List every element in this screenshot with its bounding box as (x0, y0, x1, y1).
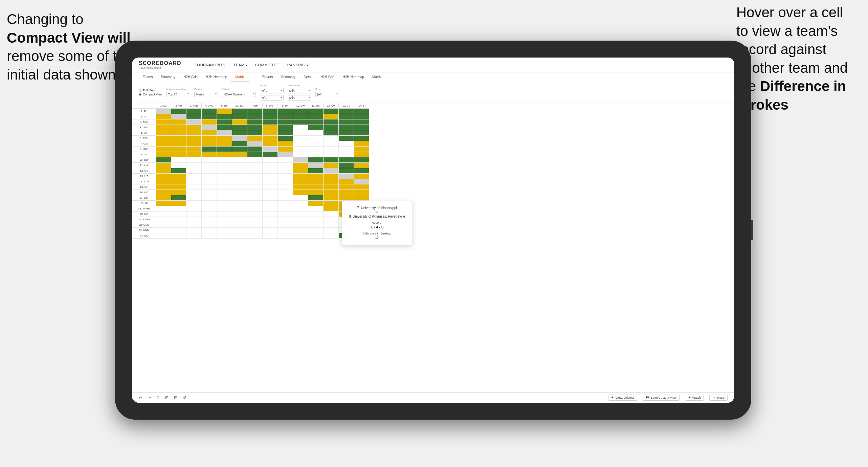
matrix-cell[interactable] (202, 184, 217, 190)
matrix-cell[interactable] (186, 201, 202, 206)
matrix-cell[interactable] (171, 212, 186, 217)
matrix-cell[interactable] (278, 147, 293, 152)
matrix-cell[interactable] (263, 147, 278, 152)
matrix-cell[interactable] (171, 201, 186, 206)
save-custom-view-button[interactable]: 💾 Save Custom View (643, 395, 680, 401)
matrix-cell[interactable] (171, 163, 186, 168)
matrix-cell[interactable] (324, 157, 339, 163)
matrix-cell[interactable] (232, 163, 247, 168)
matrix-cell[interactable] (263, 190, 278, 195)
matrix-cell[interactable] (324, 114, 339, 119)
matrix-cell[interactable] (247, 125, 263, 130)
matrix-cell[interactable] (247, 152, 263, 157)
matrix-cell[interactable] (247, 136, 263, 141)
matrix-cell[interactable] (308, 125, 324, 130)
matrix-cell[interactable] (232, 206, 247, 212)
conference-select[interactable]: (All) (288, 88, 311, 93)
matrix-cell[interactable] (171, 206, 186, 212)
matrix-cell[interactable] (278, 233, 293, 239)
matrix-cell[interactable] (186, 222, 202, 228)
matrix-cell[interactable] (308, 157, 324, 163)
matrix-cell[interactable] (217, 179, 232, 184)
matrix-cell[interactable] (324, 195, 339, 201)
matrix-cell[interactable] (156, 195, 171, 201)
matrix-cell[interactable] (156, 163, 171, 168)
matrix-cell[interactable] (293, 228, 308, 233)
matrix-cell[interactable] (217, 157, 232, 163)
matrix-cell[interactable] (263, 228, 278, 233)
matrix-cell[interactable] (324, 152, 339, 157)
matrix-cell[interactable] (232, 201, 247, 206)
share-button[interactable]: ↗ Share (709, 395, 728, 401)
matrix-cell[interactable] (308, 119, 324, 125)
matrix-cell[interactable] (324, 222, 339, 228)
conference-select2[interactable]: (All) (288, 95, 311, 101)
matrix-cell[interactable] (232, 152, 247, 157)
matrix-cell[interactable] (308, 141, 324, 147)
matrix-cell[interactable] (217, 147, 232, 152)
matrix-cell[interactable] (293, 152, 308, 157)
matrix-cell[interactable] (156, 109, 171, 114)
matrix-cell[interactable] (171, 217, 186, 222)
matrix-cell[interactable] (263, 141, 278, 147)
matrix-cell[interactable] (324, 136, 339, 141)
matrix-cell[interactable] (324, 168, 339, 174)
matrix-cell[interactable] (186, 157, 202, 163)
matrix-cell[interactable] (186, 163, 202, 168)
matrix-cell[interactable] (202, 125, 217, 130)
matrix-cell[interactable] (202, 190, 217, 195)
matrix-cell[interactable] (354, 141, 369, 147)
matrix-cell[interactable] (247, 119, 263, 125)
matrix-cell[interactable] (247, 222, 263, 228)
matrix-cell[interactable] (263, 217, 278, 222)
matrix-cell[interactable] (278, 130, 293, 136)
matrix-cell[interactable] (278, 195, 293, 201)
matrix-cell[interactable] (263, 212, 278, 217)
matrix-cell[interactable] (156, 147, 171, 152)
matrix-cell[interactable] (186, 152, 202, 157)
tab-matrix2[interactable]: Matrix (368, 72, 385, 82)
matrix-cell[interactable] (171, 152, 186, 157)
matrix-cell[interactable] (186, 179, 202, 184)
matrix-cell[interactable] (354, 114, 369, 119)
matrix-cell[interactable] (339, 147, 354, 152)
matrix-cell[interactable] (156, 136, 171, 141)
region-select2[interactable]: N/A (260, 95, 284, 101)
tab-h2h-grid[interactable]: H2H Grid (179, 72, 202, 82)
matrix-cell[interactable] (278, 212, 293, 217)
matrix-cell[interactable] (202, 152, 217, 157)
matrix-cell[interactable] (263, 184, 278, 190)
matrix-cell[interactable] (217, 233, 232, 239)
matrix-cell[interactable] (324, 201, 339, 206)
matrix-cell[interactable] (278, 222, 293, 228)
matrix-cell[interactable] (232, 217, 247, 222)
matrix-cell[interactable] (232, 179, 247, 184)
matrix-cell[interactable] (217, 168, 232, 174)
matrix-cell[interactable] (278, 179, 293, 184)
matrix-cell[interactable] (171, 184, 186, 190)
matrix-cell[interactable] (263, 222, 278, 228)
division-select[interactable]: NCAA Division I (222, 92, 256, 97)
matrix-cell[interactable] (308, 212, 324, 217)
matrix-cell[interactable] (263, 168, 278, 174)
matrix-cell[interactable] (202, 141, 217, 147)
matrix-cell[interactable] (278, 217, 293, 222)
matrix-cell[interactable] (293, 201, 308, 206)
matrix-cell[interactable] (202, 201, 217, 206)
matrix-cell[interactable] (339, 168, 354, 174)
matrix-cell[interactable] (217, 130, 232, 136)
tab-h2h-grid2[interactable]: H2H Grid (316, 72, 339, 82)
matrix-scroll[interactable]: 1. AU 2. VU 3. ASU 4. UNC 5. UT 6. FSU 7… (132, 103, 734, 392)
matrix-cell[interactable] (324, 119, 339, 125)
matrix-cell[interactable] (324, 174, 339, 179)
matrix-cell[interactable] (202, 174, 217, 179)
matrix-cell[interactable] (324, 217, 339, 222)
matrix-cell[interactable] (247, 201, 263, 206)
toolbar-reset-icon[interactable]: ↺ (183, 395, 186, 400)
matrix-cell[interactable] (263, 206, 278, 212)
matrix-cell[interactable] (217, 190, 232, 195)
matrix-cell[interactable] (217, 206, 232, 212)
matrix-cell[interactable] (324, 233, 339, 239)
matrix-cell[interactable] (202, 114, 217, 119)
tab-detail[interactable]: Detail (299, 72, 316, 82)
